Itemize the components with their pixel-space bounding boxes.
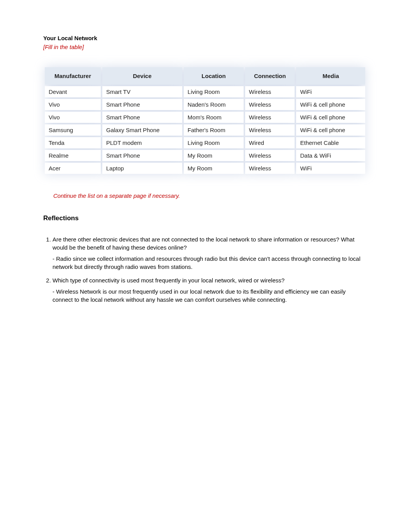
continue-note: Continue the list on a separate page if … — [53, 192, 367, 199]
cell-location: My Room — [184, 163, 244, 174]
cell-location: Living Room — [184, 137, 244, 148]
reflection-question: Are there other electronic devices that … — [53, 235, 367, 252]
network-table-wrap: Manufacturer Device Location Connection … — [43, 66, 367, 175]
cell-media: Ethernet Cable — [296, 137, 365, 148]
cell-manufacturer: Vivo — [45, 99, 101, 110]
cell-location: Father's Room — [184, 124, 244, 136]
cell-connection: Wireless — [245, 112, 295, 123]
cell-media: Data & WiFi — [296, 150, 365, 161]
cell-manufacturer: Acer — [45, 163, 101, 174]
col-device: Device — [102, 67, 182, 85]
cell-manufacturer: Tenda — [45, 137, 101, 148]
cell-media: WiFi & cell phone — [296, 99, 365, 110]
instruction-text: [Fill in the table] — [43, 44, 367, 50]
cell-location: Naden's Room — [184, 99, 244, 110]
table-row: Realme Smart Phone My Room Wireless Data… — [45, 150, 365, 161]
col-location: Location — [184, 67, 244, 85]
cell-media: WiFi — [296, 86, 365, 97]
cell-device: Galaxy Smart Phone — [102, 124, 182, 136]
reflection-item: Are there other electronic devices that … — [53, 235, 367, 271]
page-title: Your Local Network — [43, 35, 367, 41]
cell-manufacturer: Devant — [45, 86, 101, 97]
reflections-heading: Reflections — [43, 214, 367, 222]
table-row: Vivo Smart Phone Naden's Room Wireless W… — [45, 99, 365, 110]
reflection-item: Which type of connectivity is used most … — [53, 276, 367, 304]
reflection-question: Which type of connectivity is used most … — [53, 276, 367, 284]
col-manufacturer: Manufacturer — [45, 67, 101, 85]
cell-location: Mom's Room — [184, 112, 244, 123]
cell-device: PLDT modem — [102, 137, 182, 148]
cell-device: Laptop — [102, 163, 182, 174]
table-row: Vivo Smart Phone Mom's Room Wireless WiF… — [45, 112, 365, 123]
cell-media: WiFi & cell phone — [296, 112, 365, 123]
cell-connection: Wireless — [245, 163, 295, 174]
table-header-row: Manufacturer Device Location Connection … — [45, 67, 365, 85]
cell-connection: Wireless — [245, 99, 295, 110]
cell-connection: Wireless — [245, 150, 295, 161]
table-row: Tenda PLDT modem Living Room Wired Ether… — [45, 137, 365, 148]
cell-location: Living Room — [184, 86, 244, 97]
reflection-answer: - Wireless Network is our most frequentl… — [53, 287, 367, 304]
col-connection: Connection — [245, 67, 295, 85]
cell-media: WiFi — [296, 163, 365, 174]
cell-manufacturer: Samsung — [45, 124, 101, 136]
cell-device: Smart Phone — [102, 150, 182, 161]
reflection-answer: - Radio since we collect information and… — [53, 255, 367, 271]
cell-device: Smart TV — [102, 86, 182, 97]
cell-media: WiFi & cell phone — [296, 124, 365, 136]
cell-connection: Wired — [245, 137, 295, 148]
reflections-list: Are there other electronic devices that … — [43, 235, 367, 304]
table-row: Devant Smart TV Living Room Wireless WiF… — [45, 86, 365, 97]
cell-connection: Wireless — [245, 86, 295, 97]
cell-manufacturer: Realme — [45, 150, 101, 161]
table-row: Acer Laptop My Room Wireless WiFi — [45, 163, 365, 174]
cell-manufacturer: Vivo — [45, 112, 101, 123]
network-table: Manufacturer Device Location Connection … — [43, 66, 367, 175]
cell-connection: Wireless — [245, 124, 295, 136]
cell-device: Smart Phone — [102, 112, 182, 123]
cell-location: My Room — [184, 150, 244, 161]
table-row: Samsung Galaxy Smart Phone Father's Room… — [45, 124, 365, 136]
col-media: Media — [296, 67, 365, 85]
cell-device: Smart Phone — [102, 99, 182, 110]
